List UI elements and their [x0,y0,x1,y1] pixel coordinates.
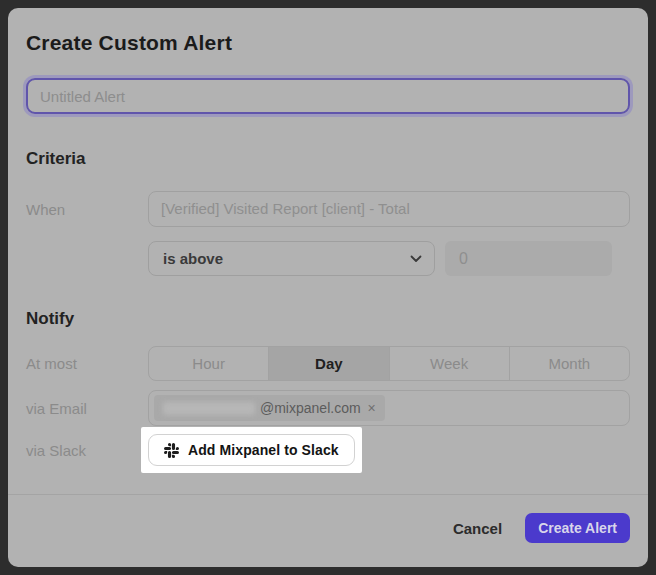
frequency-segmented-control: Hour Day Week Month [148,346,630,381]
dialog-footer: Cancel Create Alert [8,494,648,567]
criteria-heading: Criteria [26,148,630,170]
when-label: When [26,201,148,218]
redacted-email-user [163,402,255,415]
via-slack-label: via Slack [26,442,148,459]
email-chip: @mixpanel.com × [154,395,385,421]
operator-row: is above 0 [26,241,630,276]
via-email-row: via Email @mixpanel.com × [26,390,630,426]
dialog-title: Create Custom Alert [26,30,630,56]
frequency-option-month[interactable]: Month [509,347,629,380]
cancel-button[interactable]: Cancel [453,520,502,537]
when-row: When [Verified] Visited Report [client] … [26,191,630,227]
create-alert-button[interactable]: Create Alert [525,513,630,543]
email-recipients-input[interactable]: @mixpanel.com × [148,390,630,426]
at-most-row: At most Hour Day Week Month [26,346,630,381]
frequency-option-hour[interactable]: Hour [149,347,268,380]
event-input[interactable]: [Verified] Visited Report [client] - Tot… [148,191,630,227]
via-slack-row: via Slack Add Mixpanel to Slack [26,427,630,473]
add-mixpanel-to-slack-button[interactable]: Add Mixpanel to Slack [148,434,355,466]
email-chip-domain: @mixpanel.com [260,400,361,416]
slack-icon [164,443,179,458]
slack-button-label: Add Mixpanel to Slack [188,442,339,458]
frequency-option-day[interactable]: Day [268,347,388,380]
create-custom-alert-dialog: Create Custom Alert Criteria When [Verif… [8,8,648,567]
via-email-label: via Email [26,400,148,417]
at-most-label: At most [26,355,148,372]
operator-value: is above [163,250,223,267]
threshold-input[interactable]: 0 [445,241,612,276]
notify-heading: Notify [26,308,630,330]
chevron-down-icon [410,255,422,263]
operator-dropdown[interactable]: is above [148,241,435,276]
dialog-body: Create Custom Alert Criteria When [Verif… [8,8,648,494]
frequency-option-week[interactable]: Week [389,347,509,380]
alert-name-input[interactable] [26,78,630,114]
remove-email-icon[interactable]: × [368,401,376,415]
slack-button-spotlight: Add Mixpanel to Slack [141,427,362,473]
